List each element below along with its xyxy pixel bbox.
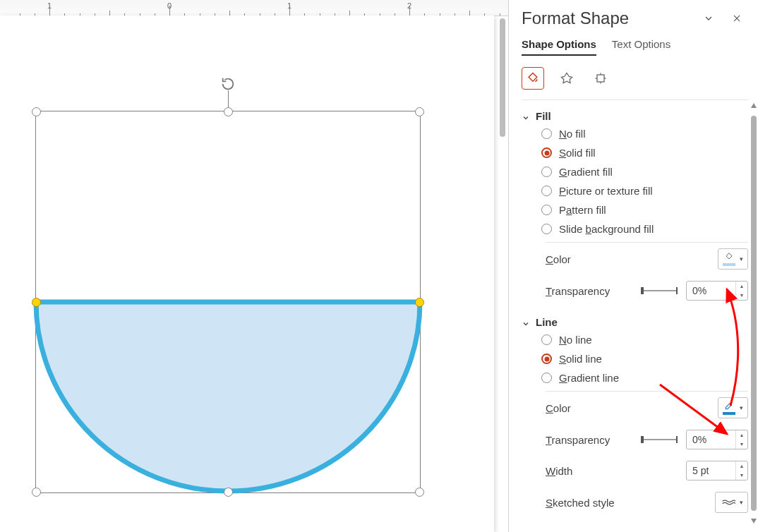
fill-transparency-value: 0% [687,285,735,296]
fill-transparency-input[interactable]: 0% ▲▼ [686,281,748,301]
fill-color-button[interactable]: ▾ [718,248,748,270]
slide-canvas[interactable]: 10123 [0,0,508,532]
line-transparency-value: 0% [687,434,735,445]
chevron-down-icon: ▾ [738,255,745,262]
spin-up-icon[interactable]: ▲ [736,282,747,291]
chevron-down-icon [522,318,530,327]
transparency-slider[interactable] [639,435,679,445]
line-radio-group: No line Solid line Gradient line [522,334,748,384]
resize-handle-tr[interactable] [415,107,424,116]
adjust-handle-left[interactable] [32,298,41,307]
fill-color-row: Color ▾ [522,243,748,275]
ruler-label: 1 [287,1,291,10]
radio-icon [541,186,552,196]
svg-rect-3 [597,75,604,82]
radio-icon [541,147,552,158]
size-properties-tab-icon[interactable] [589,67,612,90]
line-width-input[interactable]: 5 pt ▲▼ [686,461,748,480]
wave-icon [721,497,735,509]
paint-bucket-icon [723,252,735,266]
section-fill-header[interactable]: Fill [522,100,748,128]
chevron-down-icon: ▾ [738,499,745,506]
line-width-value: 5 pt [687,465,735,476]
section-line-label: Line [536,316,558,328]
resize-handle-tm[interactable] [224,107,233,116]
ruler-label: 2 [407,1,411,10]
half-ellipse-shape[interactable] [36,302,420,492]
radio-icon [541,205,552,215]
effects-tab-icon[interactable] [555,67,578,90]
spin-down-icon[interactable]: ▼ [736,471,747,480]
line-transparency-input[interactable]: 0% ▲▼ [686,430,748,449]
section-line-header[interactable]: Line [522,306,748,334]
resize-handle-br[interactable] [415,488,424,497]
radio-icon [541,167,552,177]
svg-marker-2 [562,73,572,83]
chevron-down-icon [522,112,530,121]
ruler-label: 1 [47,1,52,10]
canvas-vertical-scrollbar[interactable] [500,18,505,137]
resize-handle-bl[interactable] [32,488,41,497]
radio-icon [541,128,552,139]
fill-transparency-row: Transparency 0% ▲▼ [522,275,748,306]
panel-tabs: Shape Options Text Options [509,34,758,63]
panel-body: Fill No fill Solid fill Gradient fill [509,100,758,532]
spin-up-icon[interactable]: ▲ [736,461,747,471]
close-panel-icon[interactable] [728,10,745,27]
fill-option-no-fill[interactable]: No fill [541,128,748,140]
shape-selection-box[interactable] [35,111,421,493]
collapse-panel-icon[interactable] [700,10,717,27]
fill-option-slide-bg-fill[interactable]: Slide background fill [541,223,748,235]
line-option-solid-line[interactable]: Solid line [541,353,748,365]
svg-rect-15 [642,436,644,443]
radio-icon [541,373,552,383]
format-shape-panel: Format Shape Shape Options Text Options [508,0,758,532]
transparency-slider[interactable] [639,286,679,296]
rotate-connector [228,90,229,107]
fill-option-pattern-fill[interactable]: Pattern fill [541,204,748,216]
app-root: 10123 [0,0,758,532]
panel-title: Format Shape [522,8,689,28]
radio-icon [541,334,552,345]
pen-icon [723,401,735,415]
fill-option-solid-fill[interactable]: Solid fill [541,147,748,159]
svg-rect-11 [642,287,644,294]
horizontal-ruler: 10123 [0,0,508,16]
radio-icon [541,353,552,364]
fill-option-gradient-fill[interactable]: Gradient fill [541,166,748,178]
radio-icon [541,224,552,234]
tab-text-options[interactable]: Text Options [612,34,670,56]
adjust-handle-right[interactable] [415,298,424,307]
category-icon-tabs [509,63,758,92]
fill-option-picture-fill[interactable]: Picture or texture fill [541,185,748,197]
slide-page [0,16,494,532]
sketched-style-row: Sketched style ▾ [522,486,748,519]
panel-vertical-scrollbar[interactable] [751,116,757,511]
sketched-style-button[interactable]: ▾ [715,492,748,513]
fill-radio-group: No fill Solid fill Gradient fill Picture… [522,128,748,235]
line-color-row: Color ▾ [522,392,748,424]
fill-line-tab-icon[interactable] [522,67,544,90]
rotate-handle-icon[interactable] [220,76,236,92]
line-option-gradient-line[interactable]: Gradient line [541,372,748,384]
line-color-button[interactable]: ▾ [718,397,748,418]
resize-handle-bm[interactable] [224,488,233,497]
spin-down-icon[interactable]: ▼ [736,291,747,300]
resize-handle-tl[interactable] [32,107,41,116]
panel-header: Format Shape [509,0,758,34]
line-width-row: Width 5 pt ▲▼ [522,455,748,486]
spin-down-icon[interactable]: ▼ [736,440,747,449]
ruler-label: 0 [167,1,172,10]
chevron-down-icon: ▾ [738,404,745,411]
line-transparency-row: Transparency 0% ▲▼ [522,424,748,455]
section-fill-label: Fill [536,110,551,122]
line-option-no-line[interactable]: No line [541,334,748,346]
tab-shape-options[interactable]: Shape Options [522,34,596,56]
spin-up-icon[interactable]: ▲ [736,430,747,440]
